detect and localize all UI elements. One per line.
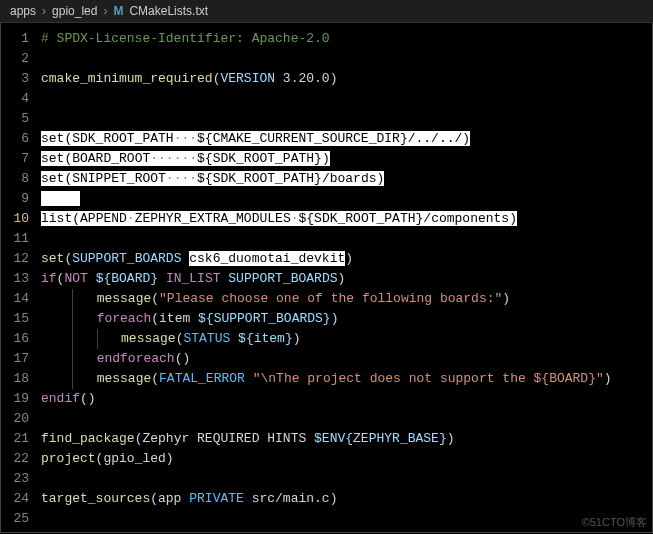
code-content[interactable]: # SPDX-License-Identifier: Apache-2.0 cm… <box>41 29 652 532</box>
code-editor[interactable]: 1 2 3 4 5 6 7 8 9 10 11 12 13 14 15 16 1… <box>0 23 653 533</box>
line-number-gutter: 1 2 3 4 5 6 7 8 9 10 11 12 13 14 15 16 1… <box>1 29 41 532</box>
code-line: message(FATAL_ERROR "\nThe project does … <box>41 369 652 389</box>
line-number: 19 <box>1 389 29 409</box>
line-number: 18 <box>1 369 29 389</box>
line-number: 24 <box>1 489 29 509</box>
line-number: 1 <box>1 29 29 49</box>
code-line: foreach(item ${SUPPORT_BOARDS}) <box>41 309 652 329</box>
line-number: 16 <box>1 329 29 349</box>
code-line: set(SNIPPET_ROOT····${SDK_ROOT_PATH}/boa… <box>41 169 652 189</box>
code-line <box>41 89 652 109</box>
chevron-right-icon: › <box>42 4 46 18</box>
line-number: 7 <box>1 149 29 169</box>
line-number: 21 <box>1 429 29 449</box>
line-number: 4 <box>1 89 29 109</box>
line-number: 25 <box>1 509 29 529</box>
chevron-right-icon: › <box>103 4 107 18</box>
code-line <box>41 189 652 209</box>
code-line: endif() <box>41 389 652 409</box>
line-number: 20 <box>1 409 29 429</box>
code-line: if(NOT ${BOARD} IN_LIST SUPPORT_BOARDS) <box>41 269 652 289</box>
line-number: 15 <box>1 309 29 329</box>
code-line: message("Please choose one of the follow… <box>41 289 652 309</box>
line-number: 23 <box>1 469 29 489</box>
breadcrumb-file[interactable]: CMakeLists.txt <box>129 4 208 18</box>
cmake-file-icon: M <box>113 4 123 18</box>
line-number: 13 <box>1 269 29 289</box>
line-number: 6 <box>1 129 29 149</box>
code-line: set(SDK_ROOT_PATH···${CMAKE_CURRENT_SOUR… <box>41 129 652 149</box>
code-line <box>41 509 652 529</box>
line-number: 10 <box>1 209 29 229</box>
line-number: 5 <box>1 109 29 129</box>
line-number: 12 <box>1 249 29 269</box>
line-number: 3 <box>1 69 29 89</box>
code-line: target_sources(app PRIVATE src/main.c) <box>41 489 652 509</box>
code-line: project(gpio_led) <box>41 449 652 469</box>
code-line <box>41 49 652 69</box>
breadcrumb[interactable]: apps › gpio_led › M CMakeLists.txt <box>0 0 653 23</box>
code-line <box>41 469 652 489</box>
line-number: 8 <box>1 169 29 189</box>
code-line <box>41 229 652 249</box>
code-line <box>41 109 652 129</box>
code-line: endforeach() <box>41 349 652 369</box>
code-line: set(BOARD_ROOT······${SDK_ROOT_PATH}) <box>41 149 652 169</box>
watermark: ©51CTO博客 <box>582 515 647 530</box>
line-number: 11 <box>1 229 29 249</box>
code-line <box>41 409 652 429</box>
line-number: 9 <box>1 189 29 209</box>
line-number: 17 <box>1 349 29 369</box>
line-number: 2 <box>1 49 29 69</box>
breadcrumb-seg-gpio-led[interactable]: gpio_led <box>52 4 97 18</box>
code-line: cmake_minimum_required(VERSION 3.20.0) <box>41 69 652 89</box>
breadcrumb-seg-apps[interactable]: apps <box>10 4 36 18</box>
code-line: find_package(Zephyr REQUIRED HINTS $ENV{… <box>41 429 652 449</box>
code-line: message(STATUS ${item}) <box>41 329 652 349</box>
line-number: 22 <box>1 449 29 469</box>
line-number: 14 <box>1 289 29 309</box>
code-line: # SPDX-License-Identifier: Apache-2.0 <box>41 29 652 49</box>
code-line: set(SUPPORT_BOARDS csk6_duomotai_devkit) <box>41 249 652 269</box>
code-line: list(APPEND·ZEPHYR_EXTRA_MODULES·${SDK_R… <box>41 209 652 229</box>
